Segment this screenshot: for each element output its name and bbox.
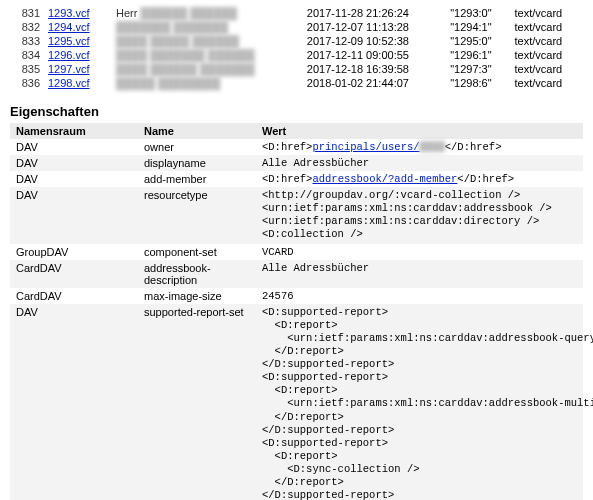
- property-value: VCARD: [262, 246, 294, 258]
- property-row: DAVresourcetype<http://groupdav.org/:vca…: [10, 187, 583, 244]
- file-mimetype: text/vcard: [511, 20, 584, 34]
- col-header-namespace: Namensraum: [10, 123, 138, 139]
- property-value: 24576: [262, 290, 294, 302]
- property-name: resourcetype: [138, 187, 256, 244]
- property-value-block: <http://groupdav.org/:vcard-collection /…: [262, 189, 577, 242]
- property-row: DAVdisplaynameAlle Adressbücher: [10, 155, 583, 171]
- file-owner: ███████ ███████: [112, 20, 303, 34]
- property-value-link[interactable]: addressbook/?add-member: [312, 173, 457, 185]
- property-row: CardDAVmax-image-size24576: [10, 288, 583, 304]
- property-namespace: CardDAV: [10, 288, 138, 304]
- property-value: </D:href>: [457, 173, 514, 185]
- property-name: displayname: [138, 155, 256, 171]
- file-owner: █████ ████████: [112, 76, 303, 90]
- property-value: </D:href>: [445, 141, 502, 153]
- file-index: 835: [10, 62, 44, 76]
- file-owner: Herr ██████ ██████: [112, 6, 303, 20]
- property-name: max-image-size: [138, 288, 256, 304]
- file-index: 833: [10, 34, 44, 48]
- property-row: GroupDAVcomponent-setVCARD: [10, 244, 583, 260]
- col-header-value: Wert: [256, 123, 583, 139]
- file-index: 831: [10, 6, 44, 20]
- file-link[interactable]: 1293.vcf: [48, 7, 90, 19]
- file-row: 8331295.vcf████ █████ ██████2017-12-09 1…: [10, 34, 583, 48]
- file-link[interactable]: 1295.vcf: [48, 35, 90, 47]
- property-row: DAVsupported-report-set<D:supported-repo…: [10, 304, 583, 501]
- property-value-block: <D:supported-report> <D:report> <urn:iet…: [262, 306, 577, 501]
- file-row: 8321294.vcf███████ ███████2017-12-07 11:…: [10, 20, 583, 34]
- property-namespace: DAV: [10, 304, 138, 501]
- file-timestamp: 2018-01-02 21:44:07: [303, 76, 446, 90]
- property-name: component-set: [138, 244, 256, 260]
- page-root: 8311293.vcfHerr ██████ ██████2017-11-28 …: [0, 0, 593, 500]
- property-row: DAVadd-member<D:href>addressbook/?add-me…: [10, 171, 583, 187]
- file-timestamp: 2017-12-09 10:52:38: [303, 34, 446, 48]
- properties-table: Namensraum Name Wert DAVowner<D:href>pri…: [10, 123, 583, 500]
- property-namespace: DAV: [10, 155, 138, 171]
- property-namespace: CardDAV: [10, 260, 138, 288]
- property-value: <D:href>: [262, 173, 312, 185]
- file-row: 8311293.vcfHerr ██████ ██████2017-11-28 …: [10, 6, 583, 20]
- file-owner: ████ ███████ ██████: [112, 48, 303, 62]
- file-mimetype: text/vcard: [511, 76, 584, 90]
- properties-heading: Eigenschaften: [10, 104, 583, 119]
- file-etag: "1293:0": [446, 6, 510, 20]
- file-etag: "1295:0": [446, 34, 510, 48]
- file-mimetype: text/vcard: [511, 48, 584, 62]
- file-link[interactable]: 1298.vcf: [48, 77, 90, 89]
- property-namespace: DAV: [10, 171, 138, 187]
- file-timestamp: 2017-12-07 11:13:28: [303, 20, 446, 34]
- col-header-name: Name: [138, 123, 256, 139]
- property-value: Alle Adressbücher: [262, 157, 369, 169]
- file-list-table: 8311293.vcfHerr ██████ ██████2017-11-28 …: [10, 6, 583, 90]
- property-row: CardDAVaddressbook-descriptionAlle Adres…: [10, 260, 583, 288]
- file-timestamp: 2017-12-11 09:00:55: [303, 48, 446, 62]
- file-link[interactable]: 1294.vcf: [48, 21, 90, 33]
- property-namespace: DAV: [10, 139, 138, 155]
- file-owner: ████ ██████ ███████: [112, 62, 303, 76]
- file-row: 8341296.vcf████ ███████ ██████2017-12-11…: [10, 48, 583, 62]
- property-value: Alle Adressbücher: [262, 262, 369, 274]
- property-name: owner: [138, 139, 256, 155]
- property-value: <D:href>: [262, 141, 312, 153]
- file-mimetype: text/vcard: [511, 6, 584, 20]
- properties-header-row: Namensraum Name Wert: [10, 123, 583, 139]
- file-mimetype: text/vcard: [511, 34, 584, 48]
- file-link[interactable]: 1297.vcf: [48, 63, 90, 75]
- property-name: addressbook-description: [138, 260, 256, 288]
- file-timestamp: 2017-11-28 21:26:24: [303, 6, 446, 20]
- file-etag: "1294:1": [446, 20, 510, 34]
- property-namespace: GroupDAV: [10, 244, 138, 260]
- property-value-link[interactable]: principals/users/: [312, 141, 419, 153]
- file-etag: "1298:6": [446, 76, 510, 90]
- file-etag: "1297:3": [446, 62, 510, 76]
- file-mimetype: text/vcard: [511, 62, 584, 76]
- file-index: 836: [10, 76, 44, 90]
- property-name: add-member: [138, 171, 256, 187]
- property-namespace: DAV: [10, 187, 138, 244]
- file-link[interactable]: 1296.vcf: [48, 49, 90, 61]
- file-index: 834: [10, 48, 44, 62]
- file-timestamp: 2017-12-18 16:39:58: [303, 62, 446, 76]
- file-row: 8361298.vcf█████ ████████2018-01-02 21:4…: [10, 76, 583, 90]
- property-name: supported-report-set: [138, 304, 256, 501]
- file-owner: ████ █████ ██████: [112, 34, 303, 48]
- property-row: DAVowner<D:href>principals/users/████</D…: [10, 139, 583, 155]
- file-row: 8351297.vcf████ ██████ ███████2017-12-18…: [10, 62, 583, 76]
- redacted-text: ████: [420, 141, 445, 153]
- file-etag: "1296:1": [446, 48, 510, 62]
- file-index: 832: [10, 20, 44, 34]
